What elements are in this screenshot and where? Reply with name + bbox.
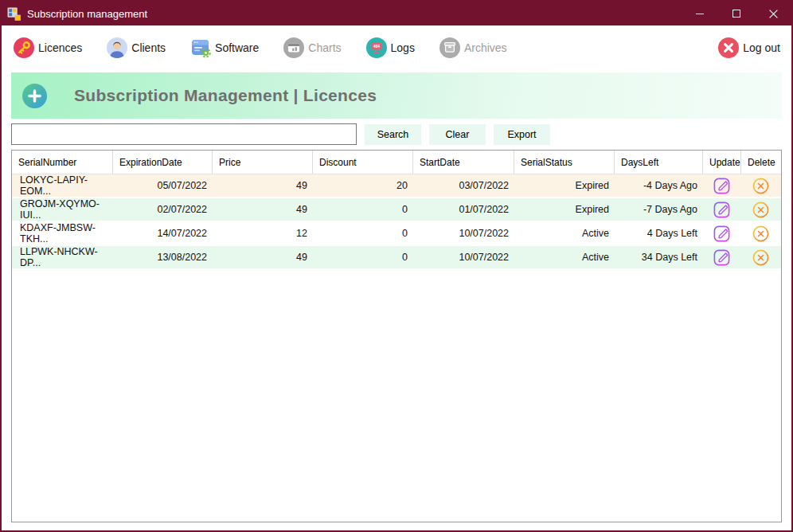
- toolbar-label-clients: Clients: [131, 41, 166, 54]
- toolbar-label-archives: Archives: [464, 41, 507, 54]
- pencil-icon: [713, 177, 731, 195]
- licences-table: SerialNumber ExpirationDate Price Discou…: [11, 150, 782, 522]
- maximize-button[interactable]: [718, 2, 755, 25]
- export-button[interactable]: Export: [494, 124, 550, 145]
- charts-icon: [283, 37, 305, 59]
- cell-daysleft: -4 Days Ago: [615, 174, 703, 197]
- logout-icon: [717, 37, 740, 59]
- cell-start: 10/07/2022: [413, 222, 514, 244]
- cell-daysleft: -7 Days Ago: [615, 198, 703, 221]
- cell-expiration: 13/08/2022: [113, 246, 213, 268]
- update-button[interactable]: [713, 176, 732, 195]
- delete-x-icon: [752, 177, 770, 195]
- cell-status: Active: [514, 246, 615, 268]
- cell-price: 49: [213, 246, 313, 268]
- column-header-serialnumber[interactable]: SerialNumber: [12, 151, 113, 174]
- column-header-daysleft[interactable]: DaysLeft: [615, 151, 703, 174]
- clear-button[interactable]: Clear: [429, 124, 486, 145]
- logout-label: Log out: [743, 41, 780, 54]
- toolbar-label-licences: Licences: [38, 41, 82, 54]
- toolbar-item-clients[interactable]: Clients: [106, 37, 166, 59]
- plus-icon: [22, 84, 47, 108]
- toolbar: Licences Clients: [2, 25, 791, 70]
- cell-daysleft: 4 Days Left: [615, 222, 703, 244]
- cell-serial: LLPWK-NHCKW-DP...: [12, 246, 113, 268]
- page-banner: Subscription Management | Licences: [11, 72, 782, 119]
- close-button[interactable]: [755, 2, 791, 25]
- page-title: Subscription Management | Licences: [74, 86, 377, 105]
- toolbar-item-charts: Charts: [283, 37, 341, 59]
- delete-x-icon: [752, 225, 770, 243]
- delete-button[interactable]: [752, 200, 771, 219]
- search-row: Search Clear Export: [11, 123, 782, 145]
- toolbar-item-logs[interactable]: 404 Logs: [365, 37, 415, 59]
- column-header-serialstatus[interactable]: SerialStatus: [514, 151, 615, 174]
- cell-expiration: 14/07/2022: [113, 222, 213, 244]
- toolbar-label-logs: Logs: [391, 41, 415, 54]
- column-header-price[interactable]: Price: [213, 151, 313, 174]
- cell-status: Expired: [514, 198, 615, 221]
- update-button[interactable]: [713, 248, 732, 267]
- column-header-expirationdate[interactable]: ExpirationDate: [113, 151, 213, 174]
- table-row[interactable]: GROJM-XQYMO-IUI... 02/07/2022 49 0 01/07…: [12, 198, 781, 222]
- cell-start: 01/07/2022: [413, 198, 514, 221]
- close-icon: [768, 9, 779, 19]
- cell-price: 49: [213, 198, 313, 221]
- window-title: Subscription management: [27, 8, 147, 20]
- table-row[interactable]: LLPWK-NHCKW-DP... 13/08/2022 49 0 10/07/…: [12, 246, 781, 270]
- cell-expiration: 02/07/2022: [113, 198, 213, 221]
- toolbar-label-charts: Charts: [308, 41, 341, 54]
- maximize-icon: [732, 9, 741, 18]
- toolbar-label-software: Software: [215, 41, 259, 54]
- delete-x-icon: [752, 201, 770, 219]
- delete-button[interactable]: [752, 176, 771, 195]
- toolbar-item-archives: Archives: [439, 37, 507, 59]
- cell-discount: 0: [313, 246, 413, 268]
- cell-serial: LOKYC-LAPIY-EOM...: [12, 174, 113, 197]
- delete-x-icon: [752, 248, 770, 267]
- update-button[interactable]: [713, 224, 732, 243]
- delete-button[interactable]: [752, 248, 771, 267]
- column-header-delete[interactable]: Delete: [741, 151, 781, 174]
- logs-monitor-icon: 404: [365, 37, 388, 59]
- person-icon: [106, 37, 128, 59]
- app-window: Subscription management Licences: [0, 0, 793, 532]
- key-icon: [13, 37, 35, 59]
- table-header: SerialNumber ExpirationDate Price Discou…: [12, 151, 781, 174]
- cell-discount: 0: [313, 222, 413, 244]
- titlebar: Subscription management: [2, 2, 791, 25]
- pencil-icon: [713, 201, 731, 219]
- logout-button[interactable]: Log out: [717, 37, 780, 59]
- cell-expiration: 05/07/2022: [113, 174, 213, 197]
- software-window-icon: [189, 37, 212, 59]
- toolbar-item-software[interactable]: Software: [189, 37, 259, 59]
- cell-discount: 0: [313, 198, 413, 221]
- cell-serial: GROJM-XQYMO-IUI...: [12, 198, 113, 221]
- table-row[interactable]: KDAXF-JMBSW-TKH... 14/07/2022 12 0 10/07…: [12, 222, 781, 246]
- cell-status: Expired: [514, 174, 615, 197]
- pencil-icon: [713, 225, 731, 243]
- cell-status: Active: [514, 222, 615, 244]
- minimize-icon: [695, 9, 705, 18]
- cell-discount: 20: [313, 174, 413, 197]
- logs-icon-text: 404: [373, 45, 380, 49]
- delete-button[interactable]: [752, 224, 771, 243]
- column-header-startdate[interactable]: StartDate: [413, 151, 514, 174]
- add-licence-button[interactable]: [22, 84, 47, 108]
- search-input[interactable]: [11, 123, 357, 145]
- cell-price: 12: [213, 222, 313, 244]
- table-row[interactable]: LOKYC-LAPIY-EOM... 05/07/2022 49 20 03/0…: [12, 174, 781, 198]
- minimize-button[interactable]: [682, 2, 718, 25]
- column-header-discount[interactable]: Discount: [313, 151, 413, 174]
- pencil-icon: [713, 248, 731, 267]
- search-button[interactable]: Search: [365, 124, 421, 145]
- column-header-update[interactable]: Update: [703, 151, 741, 174]
- toolbar-item-licences[interactable]: Licences: [13, 37, 82, 59]
- update-button[interactable]: [713, 200, 732, 219]
- cell-serial: KDAXF-JMBSW-TKH...: [12, 222, 113, 244]
- archives-icon: [439, 37, 461, 59]
- cell-daysleft: 34 Days Left: [615, 246, 703, 268]
- app-icon: [7, 7, 21, 21]
- cell-start: 03/07/2022: [413, 174, 514, 197]
- cell-price: 49: [213, 174, 313, 197]
